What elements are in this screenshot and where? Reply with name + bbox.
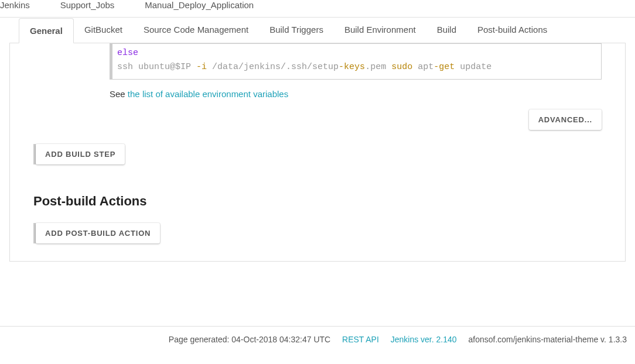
tab-general[interactable]: General [19,18,74,43]
add-post-build-action-button[interactable]: Add post-build action [36,223,160,243]
tab-post-build-actions[interactable]: Post-build Actions [467,18,558,43]
code-token: update [460,62,491,72]
breadcrumb-item-manual-deploy[interactable]: Manual_Deploy_Application [145,0,254,10]
code-token: -i [196,62,212,72]
breadcrumb-item-jenkins[interactable]: Jenkins [0,0,30,10]
config-tabs: General GitBucket Source Code Management… [9,18,626,43]
code-token: ubuntu@$IP [138,62,196,72]
code-token: ssh [117,62,138,72]
code-token: -get [433,62,460,72]
tab-gitbucket[interactable]: GitBucket [74,18,133,43]
footer-version-link[interactable]: Jenkins ver. 2.140 [391,335,457,344]
env-var-hint: See the list of available environment va… [110,89,602,99]
tab-build-environment[interactable]: Build Environment [334,18,426,43]
footer-generated: Page generated: 04-Oct-2018 04:32:47 UTC [169,335,330,344]
tab-build[interactable]: Build [426,18,467,43]
tab-build-triggers[interactable]: Build Triggers [259,18,334,43]
code-token: /data/jenkins/.ssh/setup [212,62,339,72]
footer-theme: afonsof.com/jenkins-material-theme v. 1.… [468,335,627,344]
advanced-button[interactable]: Advanced... [529,109,602,130]
code-token: .pem [365,62,391,72]
post-build-actions-heading: Post-build Actions [33,194,625,209]
add-build-step-button[interactable]: Add build step [36,144,125,164]
breadcrumb-item-support-jobs[interactable]: Support_Jobs [60,0,115,10]
config-panel: else ssh ubuntu@$IP -i /data/jenkins/.ss… [9,43,626,262]
tab-scm[interactable]: Source Code Management [133,18,259,43]
code-token: apt [418,62,433,72]
env-variables-link[interactable]: the list of available environment variab… [128,89,288,99]
page-footer: Page generated: 04-Oct-2018 04:32:47 UTC… [0,327,635,344]
breadcrumb: Jenkins Support_Jobs Manual_Deploy_Appli… [0,0,635,18]
code-token: -keys [339,62,365,72]
hint-text: See [110,89,128,99]
footer-rest-api-link[interactable]: REST API [342,335,379,344]
shell-command-textarea[interactable]: else ssh ubuntu@$IP -i /data/jenkins/.ss… [112,43,602,80]
code-token: sudo [391,62,418,72]
code-keyword: else [117,48,138,58]
